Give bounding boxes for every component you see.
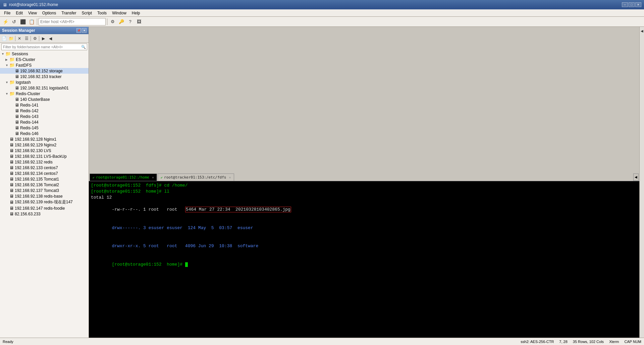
- tree-item-logstash01[interactable]: ▶ 🖥 192.168.92.151 logstash01: [0, 85, 89, 91]
- app-icon: 🖥: [3, 2, 7, 7]
- tab-tracker-close[interactable]: ✕: [229, 176, 231, 179]
- menu-bar: File Edit View Options Transfer Script T…: [0, 9, 644, 17]
- session-filter-wrap: 🔍: [1, 44, 87, 50]
- session-icon-cluster-base: 🖥: [15, 97, 19, 102]
- terminal-line-4: -rw-r--r--. 1 root root 5464 Mar 27 22:3…: [91, 201, 637, 219]
- terminal-highlight-prefix: -rw-r--r--. 1 root root: [112, 207, 185, 212]
- menu-help[interactable]: Help: [129, 10, 143, 16]
- tree-item-redis-139[interactable]: ▶ 🖥 192.168.92.139 redis-现在是147: [0, 199, 89, 205]
- new-folder-button[interactable]: 📁: [8, 35, 14, 42]
- tree-item-redis-141[interactable]: ▶ 🖥 Redis-141: [0, 102, 89, 108]
- session-icon-nginx2: 🖥: [9, 142, 14, 147]
- arrow-lvs: ▶: [5, 149, 9, 152]
- session-filter-input[interactable]: [1, 44, 87, 50]
- tomcat2-label: 192.168.92.136 Tomcat2: [15, 183, 59, 187]
- close-button[interactable]: ✕: [635, 2, 641, 7]
- tree-item-redis-144[interactable]: ▶ 🖥 Redis-144: [0, 119, 89, 125]
- tree-item-redis-cluster[interactable]: ▼ 📁 Redis-Cluster: [0, 91, 89, 96]
- disconnect-button[interactable]: ◀: [47, 35, 54, 42]
- tab-storage[interactable]: ✔ root@storage01:152:/home ✕: [90, 174, 157, 181]
- arrow-redis-139: ▶: [5, 201, 9, 204]
- session-icon-redis-142: 🖥: [15, 108, 19, 113]
- panel-close-button[interactable]: ✕: [82, 28, 87, 33]
- terminal-line-2: [root@storage01:152 home]# ll: [91, 189, 637, 195]
- reconnect-button[interactable]: ↺: [10, 18, 18, 25]
- tree-item-redis-142[interactable]: ▶ 🖥 Redis-142: [0, 108, 89, 114]
- properties-button[interactable]: ⚙: [32, 35, 38, 42]
- centos7-134-label: 192.168.92.134 centos7: [15, 171, 58, 176]
- arrow-centos7-134: ▶: [5, 172, 9, 175]
- terminal-dir-esuser: drwx------. 3 esuser esuser 124 May 5 03…: [112, 225, 253, 230]
- session-toolbar-sep-3: [39, 36, 39, 41]
- tab-storage-close[interactable]: ✕: [152, 176, 154, 179]
- folder-icon-fastdfs: 📁: [9, 63, 15, 68]
- tree-item-fastdfs[interactable]: ▼ 📁 FastDFS: [0, 62, 89, 68]
- new-session-button[interactable]: ⚡: [1, 18, 9, 25]
- minimize-button[interactable]: ─: [622, 2, 628, 7]
- menu-script[interactable]: Script: [79, 10, 95, 16]
- status-position: 7, 28: [559, 340, 567, 344]
- tree-item-storage[interactable]: ▶ 🖥 192.168.92.152 storage: [0, 68, 89, 74]
- tree-item-redis-146[interactable]: ▶ 🖥 Redis-146: [0, 131, 89, 136]
- new-session-tool-button[interactable]: 📄: [1, 35, 7, 42]
- tree-item-centos7-134[interactable]: ▶ 🖥 192.168.92.134 centos7: [0, 170, 89, 176]
- tree-item-redis-145[interactable]: ▶ 🖥 Redis-145: [0, 125, 89, 131]
- tree-item-logstash[interactable]: ▼ 📁 logstash: [0, 79, 89, 85]
- tree-item-redis-foodie[interactable]: ▶ 🖥 192.168.92.147 redis-foodie: [0, 205, 89, 211]
- menu-session-button[interactable]: ☰: [23, 35, 30, 42]
- tree-item-tomcat2[interactable]: ▶ 🖥 192.168.92.136 Tomcat2: [0, 182, 89, 188]
- menu-edit[interactable]: Edit: [13, 10, 25, 16]
- panel-header-buttons: 📌 ✕: [76, 28, 87, 33]
- screenshot-button[interactable]: 🖼: [135, 18, 143, 25]
- right-panel-collapse[interactable]: ◀: [640, 27, 644, 34]
- session-icon-redis-132: 🖥: [9, 159, 14, 164]
- stop-button[interactable]: ⬛: [19, 18, 27, 25]
- status-dimensions: 35 Rows, 102 Cols: [573, 340, 604, 344]
- connect-button[interactable]: ▶: [40, 35, 47, 42]
- help-button[interactable]: ?: [126, 18, 134, 25]
- tree-item-tomcat3[interactable]: ▶ 🖥 192.168.92.137 Tomcat3: [0, 188, 89, 193]
- arrow-tracker: ▶: [11, 75, 15, 78]
- menu-transfer[interactable]: Transfer: [59, 10, 79, 16]
- toolbar: ⚡ ↺ ⬛ 📋 ⚙ 🔑 ? 🖼: [0, 17, 644, 27]
- tree-item-nginx2[interactable]: ▶ 🖥 192.168.92.129 Nginx2: [0, 142, 89, 148]
- terminal-line-1: [root@storage01:152 fdfs]# cd /home/: [91, 183, 637, 189]
- maximize-button[interactable]: □: [629, 2, 635, 7]
- tree-item-centos7-133[interactable]: ▶ 🖥 192.168.92.133 centos7: [0, 165, 89, 170]
- redis-141-label: Redis-141: [20, 103, 39, 108]
- tree-item-lvs-backup[interactable]: ▶ 🖥 192.168.92.131 LVS-BackUp: [0, 153, 89, 159]
- tree-item-redis-143[interactable]: ▶ 🖥 Redis-143: [0, 114, 89, 119]
- tree-item-lvs[interactable]: ▶ 🖥 192.168.92.130 LVS: [0, 148, 89, 153]
- menu-view[interactable]: View: [25, 10, 40, 16]
- terminal-line-3: total 12: [91, 195, 637, 201]
- session-icon-bare-ip: 🖥: [9, 211, 14, 216]
- tree-item-tomcat1[interactable]: ▶ 🖥 192.168.92.135 Tomcat1: [0, 176, 89, 182]
- menu-file[interactable]: File: [1, 10, 13, 16]
- arrow-tomcat1: ▶: [5, 178, 9, 181]
- arrow-redis-foodie: ▶: [5, 207, 9, 210]
- delete-session-button[interactable]: ✕: [16, 35, 23, 42]
- menu-window[interactable]: Window: [109, 10, 129, 16]
- menu-tools[interactable]: Tools: [95, 10, 109, 16]
- tree-item-nginx1[interactable]: ▶ 🖥 192.168.92.128 Nginx1: [0, 136, 89, 142]
- tree-item-sessions[interactable]: ▼ 📁 Sessions: [0, 51, 89, 57]
- copy-button[interactable]: 📋: [28, 18, 36, 25]
- tab-tracker[interactable]: ✔ root@tracker01:153:/etc/fdfs ✕: [158, 174, 234, 181]
- settings-button[interactable]: ⚙: [109, 18, 117, 25]
- tree-item-tracker[interactable]: ▶ 🖥 192.168.92.153 tracker: [0, 74, 89, 79]
- logstash01-label: 192.168.92.151 logstash01: [20, 86, 69, 90]
- menu-options[interactable]: Options: [40, 10, 59, 16]
- tree-item-redis-base[interactable]: ▶ 🖥 192.168.92.138 redis-base: [0, 193, 89, 199]
- key-button[interactable]: 🔑: [117, 18, 125, 25]
- panel-pin-button[interactable]: 📌: [76, 28, 81, 33]
- tree-item-es-cluster[interactable]: ▶ 📁 ES-Cluster: [0, 57, 89, 62]
- arrow-redis-143: ▶: [11, 115, 15, 118]
- tree-item-redis-132[interactable]: ▶ 🖥 192.168.92.132 redis: [0, 159, 89, 165]
- tree-item-bare-ip[interactable]: ▶ 🖥 82.156.63.233: [0, 211, 89, 217]
- redis-142-label: Redis-142: [20, 109, 39, 113]
- tree-item-cluster-base[interactable]: ▶ 🖥 140 ClusterBase: [0, 96, 89, 102]
- host-input[interactable]: [39, 18, 106, 25]
- terminal-content[interactable]: [root@storage01:152 fdfs]# cd /home/ [ro…: [89, 181, 639, 338]
- tab-active-icon: ✔: [93, 176, 95, 179]
- tabs-collapse-button[interactable]: ◀: [633, 174, 639, 181]
